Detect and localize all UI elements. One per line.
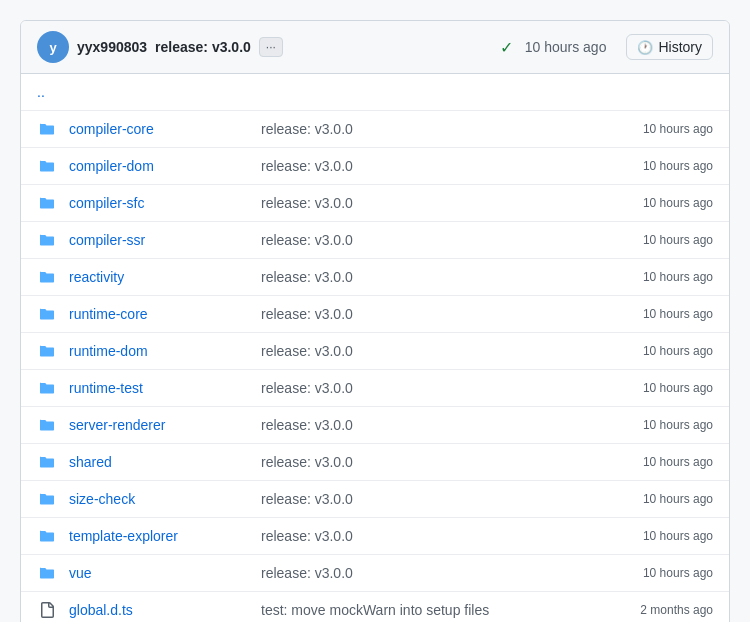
file-name-link[interactable]: server-renderer [69, 417, 249, 433]
folder-icon [37, 119, 57, 139]
file-name-link[interactable]: global.d.ts [69, 602, 249, 618]
file-name-link[interactable]: shared [69, 454, 249, 470]
file-row: size-checkrelease: v3.0.010 hours ago [21, 481, 729, 518]
commit-dots-button[interactable]: ··· [259, 37, 283, 57]
folder-icon [37, 156, 57, 176]
file-commit-message: release: v3.0.0 [261, 121, 591, 137]
file-commit-message: release: v3.0.0 [261, 454, 591, 470]
file-row: compiler-corerelease: v3.0.010 hours ago [21, 111, 729, 148]
file-name-link[interactable]: runtime-core [69, 306, 249, 322]
folder-icon [37, 563, 57, 583]
file-name-link[interactable]: compiler-sfc [69, 195, 249, 211]
file-time: 10 hours ago [603, 307, 713, 321]
commit-message: release: v3.0.0 [155, 39, 251, 55]
file-time: 2 months ago [603, 603, 713, 617]
file-commit-message: test: move mockWarn into setup files [261, 602, 591, 618]
file-commit-message: release: v3.0.0 [261, 565, 591, 581]
folder-icon [37, 452, 57, 472]
file-time: 10 hours ago [603, 233, 713, 247]
file-name-link[interactable]: vue [69, 565, 249, 581]
file-row: server-rendererrelease: v3.0.010 hours a… [21, 407, 729, 444]
file-commit-message: release: v3.0.0 [261, 158, 591, 174]
file-name-link[interactable]: runtime-dom [69, 343, 249, 359]
file-name-link[interactable]: compiler-ssr [69, 232, 249, 248]
file-row: runtime-testrelease: v3.0.010 hours ago [21, 370, 729, 407]
file-name-link[interactable]: compiler-dom [69, 158, 249, 174]
file-name-link[interactable]: template-explorer [69, 528, 249, 544]
folder-icon [37, 267, 57, 287]
file-row: compiler-sfcrelease: v3.0.010 hours ago [21, 185, 729, 222]
file-time: 10 hours ago [603, 270, 713, 284]
folder-icon [37, 230, 57, 250]
file-commit-message: release: v3.0.0 [261, 269, 591, 285]
file-row: reactivityrelease: v3.0.010 hours ago [21, 259, 729, 296]
file-time: 10 hours ago [603, 492, 713, 506]
file-time: 10 hours ago [603, 344, 713, 358]
parent-directory-link[interactable]: .. [21, 74, 729, 111]
file-name-link[interactable]: size-check [69, 491, 249, 507]
file-time: 10 hours ago [603, 196, 713, 210]
folder-icon [37, 193, 57, 213]
file-commit-message: release: v3.0.0 [261, 380, 591, 396]
file-time: 10 hours ago [603, 159, 713, 173]
folder-icon [37, 489, 57, 509]
file-list: compiler-corerelease: v3.0.010 hours ago… [21, 111, 729, 622]
folder-icon [37, 341, 57, 361]
file-time: 10 hours ago [603, 122, 713, 136]
file-row: template-explorerrelease: v3.0.010 hours… [21, 518, 729, 555]
history-label: History [658, 39, 702, 55]
file-commit-message: release: v3.0.0 [261, 528, 591, 544]
file-row: sharedrelease: v3.0.010 hours ago [21, 444, 729, 481]
commit-time: 10 hours ago [525, 39, 607, 55]
folder-icon [37, 304, 57, 324]
file-commit-message: release: v3.0.0 [261, 491, 591, 507]
file-icon [37, 600, 57, 620]
history-clock-icon: 🕐 [637, 40, 653, 55]
file-commit-message: release: v3.0.0 [261, 232, 591, 248]
file-time: 10 hours ago [603, 418, 713, 432]
file-row: runtime-corerelease: v3.0.010 hours ago [21, 296, 729, 333]
folder-icon [37, 378, 57, 398]
history-button[interactable]: 🕐 History [626, 34, 713, 60]
file-name-link[interactable]: runtime-test [69, 380, 249, 396]
file-commit-message: release: v3.0.0 [261, 343, 591, 359]
commit-header: y yyx990803 release: v3.0.0 ··· ✓ 10 hou… [21, 21, 729, 74]
folder-icon [37, 415, 57, 435]
avatar: y [37, 31, 69, 63]
file-row: vuerelease: v3.0.010 hours ago [21, 555, 729, 592]
file-time: 10 hours ago [603, 529, 713, 543]
file-row: compiler-ssrrelease: v3.0.010 hours ago [21, 222, 729, 259]
repo-file-browser: y yyx990803 release: v3.0.0 ··· ✓ 10 hou… [20, 20, 730, 622]
file-commit-message: release: v3.0.0 [261, 195, 591, 211]
file-name-link[interactable]: compiler-core [69, 121, 249, 137]
file-time: 10 hours ago [603, 455, 713, 469]
file-time: 10 hours ago [603, 381, 713, 395]
file-row: compiler-domrelease: v3.0.010 hours ago [21, 148, 729, 185]
check-icon: ✓ [500, 38, 513, 57]
file-row: runtime-domrelease: v3.0.010 hours ago [21, 333, 729, 370]
file-commit-message: release: v3.0.0 [261, 417, 591, 433]
file-commit-message: release: v3.0.0 [261, 306, 591, 322]
folder-icon [37, 526, 57, 546]
file-time: 10 hours ago [603, 566, 713, 580]
commit-author[interactable]: yyx990803 [77, 39, 147, 55]
file-name-link[interactable]: reactivity [69, 269, 249, 285]
file-row: global.d.tstest: move mockWarn into setu… [21, 592, 729, 622]
